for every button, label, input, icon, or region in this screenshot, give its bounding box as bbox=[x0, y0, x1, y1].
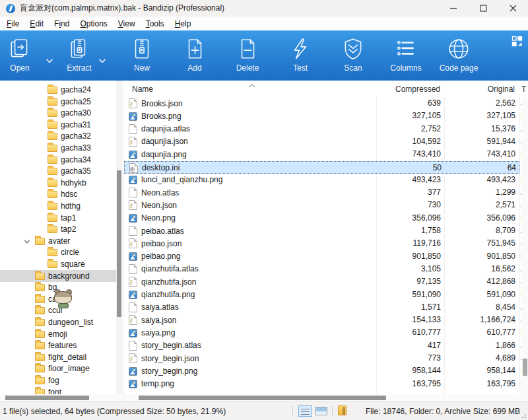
details-view-icon[interactable] bbox=[298, 405, 312, 417]
json-file-icon: {} bbox=[129, 238, 137, 248]
menu-find[interactable]: Find bbox=[49, 18, 75, 30]
menu-edit[interactable]: Edit bbox=[24, 18, 49, 30]
file-compressed-size: 2,752 bbox=[362, 124, 441, 133]
open-archive-icon bbox=[7, 36, 32, 61]
maximize-button[interactable] bbox=[469, 0, 498, 17]
menu-file[interactable]: File bbox=[1, 18, 24, 30]
sidebar-item-gacha24[interactable]: gacha24 bbox=[0, 84, 116, 96]
sidebar-horizontal-scrollbar-thumb[interactable] bbox=[5, 396, 89, 400]
minimize-button[interactable] bbox=[439, 0, 469, 17]
archive-folder-icon[interactable] bbox=[338, 405, 346, 415]
toolbar-layout-grid-icon[interactable] bbox=[512, 36, 523, 47]
scan-button[interactable]: Scan bbox=[328, 36, 378, 79]
file-row-temp.png[interactable]: temp.png163,795163,795P bbox=[124, 378, 519, 390]
file-name: lunci_and_qianzhu.png bbox=[141, 175, 222, 184]
sidebar-item-gacha31[interactable]: gacha31 bbox=[0, 119, 116, 131]
column-header-type[interactable]: T bbox=[521, 85, 526, 94]
folder-icon bbox=[48, 133, 57, 140]
file-row-qianzhutifa.atlas[interactable]: qianzhutifa.atlas3,10516,562A bbox=[124, 263, 519, 275]
file-original-size: 356,096 bbox=[434, 213, 515, 223]
sidebar-item-fight_detail[interactable]: fight_detail bbox=[0, 351, 116, 363]
file-row-qianzhutifa.png[interactable]: qianzhutifa.png591,090591,090P bbox=[124, 289, 519, 301]
sidebar-item-gacha25[interactable]: gacha25 bbox=[0, 96, 116, 108]
column-header-original[interactable]: Original bbox=[434, 85, 515, 94]
sidebar-item-gacha35[interactable]: gacha35 bbox=[0, 165, 116, 177]
sidebar-item-hdthg[interactable]: hdthg bbox=[0, 200, 116, 212]
test-button[interactable]: Test bbox=[275, 36, 325, 79]
file-original-size: 8,454 bbox=[434, 302, 515, 312]
delete-button[interactable]: Delete bbox=[222, 36, 273, 79]
window-resize-grip[interactable] bbox=[519, 411, 526, 418]
toolbar: OpenExtractNewAddDeleteTestScanColumnsCo… bbox=[0, 30, 528, 81]
sidebar-item-fog[interactable]: fog bbox=[0, 374, 116, 386]
file-row-Brooks.png[interactable]: Brooks.png327,105327,105P bbox=[124, 110, 519, 122]
file-row-daqunjia.png[interactable]: daqunjia.png743,410743,410P bbox=[124, 148, 519, 160]
file-row-story_begin.json[interactable]: {}story_begin.json7734,689J bbox=[124, 352, 519, 365]
close-button[interactable] bbox=[498, 0, 528, 17]
sidebar-item-gacha34[interactable]: gacha34 bbox=[0, 154, 116, 166]
file-row-saiya.atlas[interactable]: saiya.atlas1,5718,454A bbox=[124, 301, 519, 314]
menu-options[interactable]: Options bbox=[75, 18, 112, 30]
file-row-peibao.atlas[interactable]: peibao.atlas1,7588,709A bbox=[124, 225, 519, 237]
sidebar-item-background[interactable]: background bbox=[0, 270, 116, 282]
columns-button[interactable]: Columns bbox=[381, 36, 431, 79]
add-button[interactable]: Add bbox=[170, 36, 220, 79]
sidebar-vertical-scrollbar-thumb[interactable] bbox=[117, 170, 121, 317]
sidebar-item-dungeon_list[interactable]: dungeon_list bbox=[0, 316, 116, 328]
sidebar-item-gacha30[interactable]: gacha30 bbox=[0, 107, 116, 119]
file-row-saiya.png[interactable]: saiya.png610,777610,777P bbox=[124, 326, 519, 339]
file-row-Brooks.json[interactable]: {}Brooks.json6392,562J bbox=[124, 97, 519, 110]
sidebar-item-avater[interactable]: avater bbox=[0, 235, 116, 247]
thumbnail-view-icon[interactable] bbox=[315, 407, 327, 415]
filelist-horizontal-scrollbar-thumb[interactable] bbox=[139, 396, 386, 400]
file-compressed-size: 417 bbox=[362, 341, 441, 350]
file-compressed-size: 743,410 bbox=[362, 149, 441, 158]
sidebar-item-gacha32[interactable]: gacha32 bbox=[0, 130, 116, 142]
file-row-Neon.png[interactable]: Neon.png356,096356,096P bbox=[124, 212, 519, 225]
sidebar-vertical-scrollbar[interactable] bbox=[116, 81, 122, 394]
file-row-saiya.json[interactable]: {}saiya.json154,1331,166,724J bbox=[124, 314, 519, 326]
file-row-Neon.json[interactable]: {}Neon.json7302,571J bbox=[124, 199, 519, 211]
file-row-daqunjia.atlas[interactable]: daqunjia.atlas2,75215,376A bbox=[124, 123, 519, 135]
folder-icon bbox=[48, 168, 57, 175]
file-compressed-size: 50 bbox=[362, 163, 442, 172]
sidebar-item-circle[interactable]: circle bbox=[0, 246, 116, 258]
sidebar-item-tap1[interactable]: tap1 bbox=[0, 212, 116, 224]
file-row-Neon.atlas[interactable]: Neon.atlas3771,299A bbox=[124, 186, 519, 199]
filelist-vertical-scrollbar-thumb[interactable] bbox=[523, 359, 527, 376]
sidebar-item-emoji[interactable]: emoji bbox=[0, 328, 116, 340]
file-row-lunci_and_qianzhu.png[interactable]: lunci_and_qianzhu.png493,423493,423P bbox=[124, 174, 519, 186]
file-original-size: 751,945 bbox=[434, 238, 515, 248]
column-header-compressed[interactable]: Compressed bbox=[361, 85, 440, 94]
file-row-qianzhutifa.json[interactable]: {}qianzhutifa.json97,135412,868J bbox=[124, 275, 519, 288]
menu-help[interactable]: Help bbox=[170, 18, 197, 30]
code-page-button[interactable]: Code page bbox=[434, 36, 484, 79]
file-row-daqunjia.json[interactable]: {}daqunjia.json104,592591,944J bbox=[124, 135, 519, 148]
file-row-story_begin.atlas[interactable]: story_begin.atlas4171,866A bbox=[124, 339, 519, 352]
extract-dropdown-chevron-icon[interactable] bbox=[96, 55, 108, 65]
filelist-vertical-scrollbar[interactable] bbox=[521, 97, 528, 394]
sidebar-item-tap2[interactable]: tap2 bbox=[0, 223, 116, 235]
new-button[interactable]: New bbox=[117, 36, 167, 79]
folder-label: gacha32 bbox=[61, 131, 91, 141]
file-row-peibao.png[interactable]: peibao.png901,850901,850P bbox=[124, 250, 519, 263]
tree-expand-chevron-icon[interactable] bbox=[24, 238, 30, 244]
sidebar-item-hdsc[interactable]: hdsc bbox=[0, 188, 116, 200]
atlas-file-icon bbox=[129, 341, 137, 351]
file-row-desktop.ini[interactable]: desktop.ini5064C bbox=[124, 161, 519, 174]
toolbar-button-label: Add bbox=[187, 63, 201, 73]
sidebar-item-hdhykb[interactable]: hdhykb bbox=[0, 177, 116, 189]
sidebar-item-gacha33[interactable]: gacha33 bbox=[0, 142, 116, 154]
sidebar-item-square[interactable]: square bbox=[0, 258, 116, 270]
open-button[interactable]: Open bbox=[0, 36, 45, 79]
file-row-story_begin.png[interactable]: story_begin.png958,144958,144P bbox=[124, 365, 519, 377]
file-original-size: 901,850 bbox=[434, 252, 515, 261]
title-bar: 盲盒派对(com.palmpi.matrix).bak - Bandizip (… bbox=[0, 0, 528, 17]
sidebar-item-features[interactable]: features bbox=[0, 339, 116, 351]
column-header-name[interactable]: Name bbox=[132, 85, 153, 94]
sidebar-item-font[interactable]: font bbox=[0, 386, 116, 394]
menu-view[interactable]: View bbox=[113, 18, 141, 30]
file-row-peibao.json[interactable]: {}peibao.json119,716751,945J bbox=[124, 237, 519, 250]
sidebar-item-floor_image[interactable]: floor_image bbox=[0, 363, 116, 374]
menu-tools[interactable]: Tools bbox=[141, 18, 170, 30]
